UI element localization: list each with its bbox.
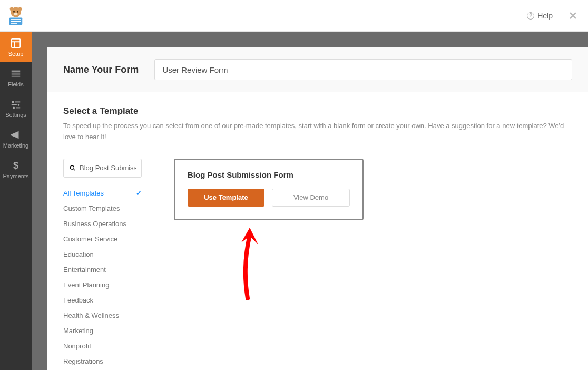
templates-column: Blog Post Submission Form Use Template V…: [158, 159, 572, 365]
svg-rect-13: [12, 75, 21, 77]
category-item[interactable]: Feedback: [63, 296, 142, 304]
name-label: Name Your Form: [63, 64, 139, 75]
category-item[interactable]: Event Planning: [63, 281, 142, 289]
category-item[interactable]: Nonprofit: [63, 342, 142, 350]
svg-rect-8: [11, 21, 21, 22]
svg-rect-7: [11, 19, 21, 20]
marketing-icon: [10, 129, 22, 141]
fields-icon: [10, 68, 22, 80]
blank-form-link[interactable]: blank form: [334, 122, 366, 130]
body: Select a Template To speed up the proces…: [47, 92, 588, 370]
settings-icon: [10, 99, 22, 110]
sidebar-item-fields[interactable]: Fields: [0, 62, 32, 93]
svg-point-1: [10, 7, 14, 11]
svg-rect-9: [11, 23, 17, 24]
payments-icon: $: [10, 160, 22, 171]
use-template-button[interactable]: Use Template: [188, 189, 264, 207]
svg-rect-17: [12, 104, 17, 105]
app-logo: [0, 0, 32, 32]
template-section-title: Select a Template: [63, 106, 572, 116]
create-own-link[interactable]: create your own: [376, 122, 425, 130]
search-value: Blog Post Submission: [80, 164, 136, 172]
sidebar-item-label: Fields: [8, 81, 23, 87]
topbar: ? Help ✕: [0, 0, 588, 32]
template-section-subtitle: To speed up the process you can select f…: [63, 121, 572, 143]
category-list: All Templates✓ Custom Templates Business…: [63, 189, 142, 365]
form-name-input[interactable]: [154, 59, 572, 80]
sidebar-item-label: Settings: [5, 112, 26, 118]
sidebar-item-setup[interactable]: Setup: [0, 32, 32, 62]
close-icon[interactable]: ✕: [569, 9, 577, 22]
search-icon: [69, 164, 76, 172]
sidebar-item-settings[interactable]: Settings: [0, 93, 32, 123]
panel: Name Your Form Select a Template To spee…: [47, 47, 588, 370]
svg-point-14: [12, 101, 14, 103]
template-title: Blog Post Submission Form: [188, 170, 350, 179]
sidebar-item-marketing[interactable]: Marketing: [0, 123, 32, 154]
template-search-input[interactable]: Blog Post Submission: [63, 159, 142, 178]
svg-rect-12: [12, 73, 21, 75]
template-card: Blog Post Submission Form Use Template V…: [174, 159, 364, 220]
main-area: Name Your Form Select a Template To spee…: [32, 32, 588, 370]
category-all-templates[interactable]: All Templates✓: [63, 189, 142, 197]
svg-rect-10: [12, 38, 21, 47]
svg-text:$: $: [13, 160, 18, 171]
sidebar-item-label: Setup: [8, 51, 24, 57]
category-item[interactable]: Entertainment: [63, 266, 142, 274]
svg-point-21: [70, 165, 74, 169]
setup-icon: [10, 37, 22, 49]
svg-rect-15: [15, 101, 20, 102]
svg-point-2: [18, 7, 22, 11]
svg-rect-11: [12, 70, 21, 72]
name-row: Name Your Form: [47, 47, 588, 92]
category-item[interactable]: Custom Templates: [63, 205, 142, 212]
sidebar: Setup Fields Settings Marketing $ Paymen…: [0, 32, 32, 370]
help-icon: ?: [527, 12, 534, 20]
check-icon: ✓: [136, 189, 142, 197]
sidebar-item-label: Marketing: [3, 142, 28, 149]
category-item[interactable]: Registrations: [63, 357, 142, 365]
help-button[interactable]: ? Help: [527, 12, 553, 20]
category-item[interactable]: Education: [63, 250, 142, 258]
help-label: Help: [537, 12, 553, 20]
view-demo-button[interactable]: View Demo: [272, 189, 350, 207]
category-item[interactable]: Business Operations: [63, 220, 142, 228]
svg-point-3: [13, 11, 15, 12]
svg-point-5: [14, 12, 18, 15]
category-item[interactable]: Customer Service: [63, 235, 142, 243]
sidebar-item-payments[interactable]: $ Payments: [0, 154, 32, 184]
svg-point-16: [18, 104, 20, 106]
categories-column: Blog Post Submission All Templates✓ Cust…: [63, 159, 158, 365]
sidebar-item-label: Payments: [3, 173, 29, 179]
svg-point-4: [17, 11, 18, 12]
category-item[interactable]: Marketing: [63, 327, 142, 335]
svg-point-18: [13, 106, 15, 109]
category-item[interactable]: Health & Wellness: [63, 311, 142, 319]
svg-rect-19: [16, 107, 20, 108]
